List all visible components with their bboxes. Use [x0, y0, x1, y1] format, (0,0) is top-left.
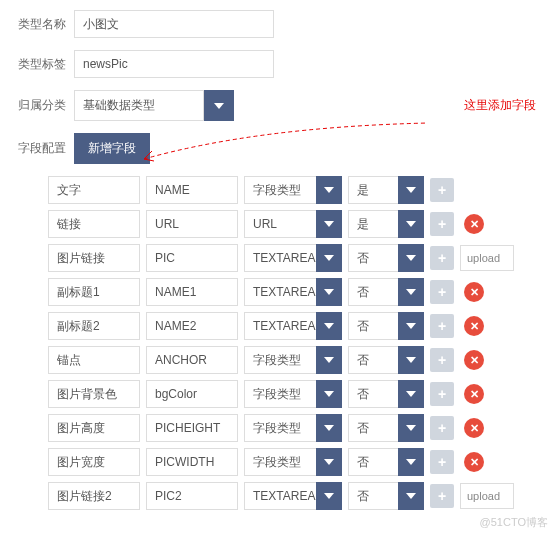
chevron-down-icon	[324, 493, 334, 499]
required-select[interactable]: 否	[348, 380, 398, 408]
field-name-input[interactable]	[146, 414, 238, 442]
field-label-input[interactable]	[48, 414, 140, 442]
field-type-dropdown-button[interactable]	[316, 448, 342, 476]
field-label-input[interactable]	[48, 312, 140, 340]
field-name-input[interactable]	[146, 380, 238, 408]
field-label-input[interactable]	[48, 482, 140, 510]
required-select[interactable]: 否	[348, 448, 398, 476]
type-name-input[interactable]	[74, 10, 274, 38]
field-label-input[interactable]	[48, 278, 140, 306]
extra-input[interactable]	[460, 483, 514, 509]
field-type-select[interactable]: TEXTAREA	[244, 244, 316, 272]
required-dropdown-button[interactable]	[398, 244, 424, 272]
add-button[interactable]: +	[430, 382, 454, 406]
field-label-input[interactable]	[48, 176, 140, 204]
field-type-select[interactable]: 字段类型	[244, 380, 316, 408]
delete-button[interactable]: ✕	[464, 282, 484, 302]
annotation-text: 这里添加字段	[464, 97, 536, 114]
field-name-input[interactable]	[146, 244, 238, 272]
add-button[interactable]: +	[430, 484, 454, 508]
field-name-input[interactable]	[146, 176, 238, 204]
field-name-input[interactable]	[146, 448, 238, 476]
add-button[interactable]: +	[430, 416, 454, 440]
field-type-dropdown-button[interactable]	[316, 380, 342, 408]
delete-button[interactable]: ✕	[464, 384, 484, 404]
field-type-dropdown-button[interactable]	[316, 414, 342, 442]
category-select[interactable]: 基础数据类型	[74, 90, 204, 121]
add-button[interactable]: +	[430, 348, 454, 372]
field-type-dropdown-button[interactable]	[316, 346, 342, 374]
add-button[interactable]: +	[430, 178, 454, 202]
chevron-down-icon	[406, 459, 416, 465]
required-select[interactable]: 是	[348, 210, 398, 238]
delete-button[interactable]: ✕	[464, 452, 484, 472]
field-name-input[interactable]	[146, 482, 238, 510]
field-type-select[interactable]: URL	[244, 210, 316, 238]
field-name-input[interactable]	[146, 346, 238, 374]
field-name-input[interactable]	[146, 210, 238, 238]
field-row: URL是+✕	[18, 210, 536, 238]
category-dropdown-button[interactable]	[204, 90, 234, 121]
field-type-dropdown-button[interactable]	[316, 482, 342, 510]
type-tag-input[interactable]	[74, 50, 274, 78]
add-button[interactable]: +	[430, 450, 454, 474]
chevron-down-icon	[406, 493, 416, 499]
field-type-select[interactable]: 字段类型	[244, 414, 316, 442]
field-type-select[interactable]: 字段类型	[244, 176, 316, 204]
field-label-input[interactable]	[48, 346, 140, 374]
required-select[interactable]: 否	[348, 244, 398, 272]
field-config-label: 字段配置	[18, 140, 74, 157]
add-button[interactable]: +	[430, 212, 454, 236]
field-type-select[interactable]: 字段类型	[244, 346, 316, 374]
field-type-dropdown-button[interactable]	[316, 176, 342, 204]
required-select[interactable]: 是	[348, 176, 398, 204]
field-type-dropdown-button[interactable]	[316, 312, 342, 340]
chevron-down-icon	[324, 255, 334, 261]
required-select[interactable]: 否	[348, 312, 398, 340]
field-name-input[interactable]	[146, 278, 238, 306]
field-label-input[interactable]	[48, 380, 140, 408]
required-select[interactable]: 否	[348, 414, 398, 442]
required-select[interactable]: 否	[348, 346, 398, 374]
field-type-dropdown-button[interactable]	[316, 210, 342, 238]
field-label-input[interactable]	[48, 244, 140, 272]
field-name-input[interactable]	[146, 312, 238, 340]
field-type-select[interactable]: TEXTAREA	[244, 482, 316, 510]
type-tag-label: 类型标签	[18, 56, 74, 73]
delete-button[interactable]: ✕	[464, 350, 484, 370]
chevron-down-icon	[406, 391, 416, 397]
required-dropdown-button[interactable]	[398, 414, 424, 442]
category-label: 归属分类	[18, 97, 74, 114]
field-type-select[interactable]: 字段类型	[244, 448, 316, 476]
required-dropdown-button[interactable]	[398, 380, 424, 408]
required-dropdown-button[interactable]	[398, 278, 424, 306]
delete-button[interactable]: ✕	[464, 316, 484, 336]
field-label-input[interactable]	[48, 448, 140, 476]
field-row: 字段类型否+✕	[18, 448, 536, 476]
add-button[interactable]: +	[430, 314, 454, 338]
required-dropdown-button[interactable]	[398, 176, 424, 204]
add-button[interactable]: +	[430, 280, 454, 304]
required-dropdown-button[interactable]	[398, 482, 424, 510]
chevron-down-icon	[406, 221, 416, 227]
chevron-down-icon	[406, 323, 416, 329]
field-label-input[interactable]	[48, 210, 140, 238]
field-type-dropdown-button[interactable]	[316, 278, 342, 306]
required-dropdown-button[interactable]	[398, 448, 424, 476]
add-button[interactable]: +	[430, 246, 454, 270]
required-select[interactable]: 否	[348, 278, 398, 306]
required-dropdown-button[interactable]	[398, 312, 424, 340]
required-dropdown-button[interactable]	[398, 210, 424, 238]
delete-button[interactable]: ✕	[464, 418, 484, 438]
field-type-dropdown-button[interactable]	[316, 244, 342, 272]
chevron-down-icon	[406, 187, 416, 193]
extra-input[interactable]	[460, 245, 514, 271]
field-type-select[interactable]: TEXTAREA	[244, 312, 316, 340]
required-select[interactable]: 否	[348, 482, 398, 510]
chevron-down-icon	[324, 187, 334, 193]
chevron-down-icon	[324, 221, 334, 227]
field-type-select[interactable]: TEXTAREA	[244, 278, 316, 306]
add-field-button[interactable]: 新增字段	[74, 133, 150, 164]
required-dropdown-button[interactable]	[398, 346, 424, 374]
delete-button[interactable]: ✕	[464, 214, 484, 234]
